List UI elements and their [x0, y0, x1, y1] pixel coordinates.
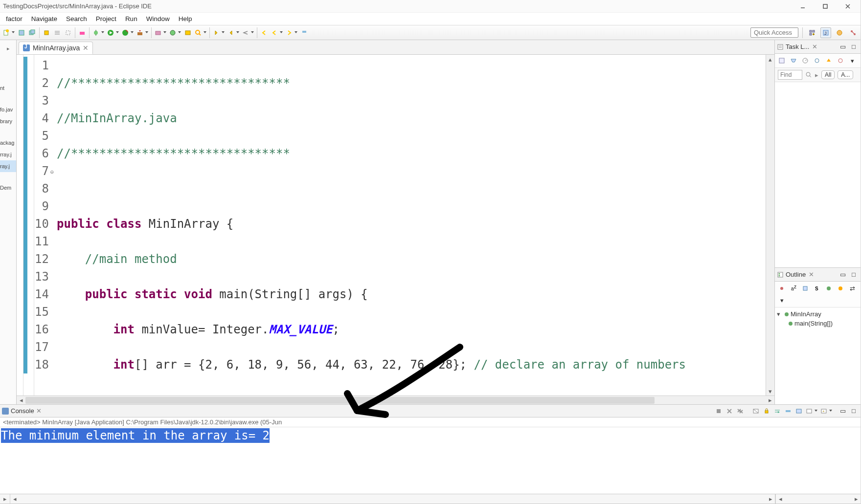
maximize-view-button[interactable]: □	[849, 270, 859, 280]
pe-item[interactable]: ray.j	[0, 160, 17, 172]
new-package-button[interactable]	[154, 28, 167, 38]
categorize-button[interactable]	[789, 56, 798, 66]
search-button[interactable]	[194, 28, 207, 38]
outline-class-node[interactable]: ▾ MinInArray	[776, 309, 860, 319]
terminate-button[interactable]	[714, 406, 724, 416]
annotation-prev-button[interactable]	[212, 28, 226, 38]
right-hscroll[interactable]: ◂▸	[775, 494, 861, 504]
pin-editor-button[interactable]	[299, 28, 309, 38]
pe-item[interactable]: nt	[0, 82, 17, 94]
menu-bar: factor Navigate Search Project Run Windo…	[0, 13, 861, 25]
maximize-view-button[interactable]: □	[849, 406, 859, 416]
open-perspective-button[interactable]	[807, 27, 817, 38]
pe-item[interactable]: ackag	[0, 137, 17, 149]
schedule-button[interactable]	[800, 56, 810, 66]
editor-horizontal-scrollbar[interactable]: ◂ ▸	[17, 395, 774, 404]
task-list-body[interactable]	[775, 82, 861, 267]
back-history-button[interactable]	[270, 28, 284, 38]
external-tools-button[interactable]	[136, 28, 149, 38]
maximize-button[interactable]	[815, 0, 836, 12]
close-tab-button[interactable]: ✕	[83, 45, 89, 51]
debug-perspective-button[interactable]	[834, 27, 845, 38]
open-type-button[interactable]	[42, 28, 51, 38]
sort-button[interactable]: az	[789, 284, 798, 293]
java-perspective-button[interactable]: J	[820, 27, 831, 38]
outline-tree[interactable]: ▾ MinInArray main(String[])	[775, 307, 861, 404]
editor-tab-mininarray[interactable]: MinInArray.java ✕	[19, 42, 93, 54]
minimize-view-button[interactable]: ▭	[838, 406, 848, 416]
pe-item[interactable]: brary	[0, 115, 17, 127]
build-button[interactable]	[77, 28, 87, 38]
open-console-button[interactable]: +	[819, 406, 833, 416]
view-menu-button[interactable]: ▾	[777, 295, 787, 305]
menu-run[interactable]: Run	[121, 14, 141, 24]
new-task-button[interactable]	[777, 56, 787, 66]
minimize-view-button[interactable]: ▭	[838, 270, 848, 280]
forward-button[interactable]	[285, 28, 298, 38]
console-hscroll[interactable]: ◂▸	[10, 494, 775, 504]
toggle-comment-button[interactable]	[52, 28, 62, 38]
menu-help[interactable]: Help	[175, 14, 196, 24]
filter-activate-button[interactable]: A...	[838, 70, 853, 79]
word-wrap-button[interactable]	[772, 406, 782, 416]
editor-vertical-scrollbar[interactable]: ▴ ▾	[766, 55, 774, 395]
coverage-button[interactable]	[121, 28, 135, 38]
svg-point-55	[780, 287, 783, 290]
scroll-lock-button[interactable]	[762, 406, 771, 416]
debug-button[interactable]	[91, 28, 105, 38]
block-selection-button[interactable]	[63, 28, 73, 38]
code-content[interactable]: //******************************* //MinI…	[52, 55, 766, 395]
restore-view-button[interactable]: ▸	[0, 44, 16, 53]
pe-item[interactable]: fo.jav	[0, 104, 17, 115]
collapse-all-button[interactable]	[824, 56, 834, 66]
code-editor[interactable]: 1 2 3 4 5 6 7 ⊖ 8 9 10 11 12 13 14 15 16…	[17, 55, 774, 395]
menu-project[interactable]: Project	[92, 14, 120, 24]
view-menu-button[interactable]: ▾	[847, 56, 857, 66]
close-button[interactable]	[837, 0, 859, 12]
clear-console-button[interactable]	[751, 406, 761, 416]
task-list-header: Task L... ✕ ▭□	[775, 40, 861, 54]
last-edit-button[interactable]	[241, 28, 255, 38]
hide-nonpublic-button[interactable]	[824, 284, 834, 293]
new-class-button[interactable]	[168, 28, 182, 38]
focus-button[interactable]	[836, 56, 845, 66]
pe-item[interactable]: rray.j	[0, 149, 17, 160]
synchronize-button[interactable]	[812, 56, 822, 66]
console-tab[interactable]: Console ✕ + ▭ □	[0, 405, 861, 417]
pin-console-button[interactable]	[783, 406, 793, 416]
menu-navigate[interactable]: Navigate	[27, 14, 61, 24]
save-button[interactable]	[17, 28, 26, 38]
pe-item[interactable]: Dem	[0, 182, 17, 194]
quick-access-input[interactable]	[750, 27, 798, 38]
restore-left-button[interactable]: ▸	[0, 495, 10, 503]
outline-method-node[interactable]: main(String[])	[776, 319, 860, 328]
hide-local-button[interactable]	[836, 284, 845, 293]
back-button[interactable]	[259, 28, 269, 38]
open-task-button[interactable]	[183, 28, 193, 38]
maximize-view-button[interactable]: □	[849, 42, 859, 52]
new-button[interactable]	[2, 28, 16, 38]
minimize-button[interactable]	[792, 0, 814, 12]
close-view-button[interactable]: ✕	[812, 43, 817, 50]
hide-fields-button[interactable]	[800, 284, 810, 293]
annotation-next-button[interactable]	[227, 28, 240, 38]
remove-all-button[interactable]	[735, 406, 745, 416]
run-button[interactable]	[106, 28, 120, 38]
filter-all-button[interactable]: All	[821, 70, 835, 79]
menu-search[interactable]: Search	[62, 14, 91, 24]
minimize-view-button[interactable]: ▭	[838, 42, 848, 52]
show-console-button[interactable]	[794, 406, 804, 416]
menu-refactor[interactable]: factor	[2, 14, 26, 24]
console-output[interactable]: The minimum element in the array is= 2	[0, 427, 861, 494]
hide-static-button[interactable]: S	[812, 284, 822, 293]
task-find-input[interactable]	[778, 70, 802, 80]
display-selected-console-button[interactable]	[805, 406, 818, 416]
save-all-button[interactable]	[27, 28, 37, 38]
remove-launch-button[interactable]	[725, 406, 734, 416]
close-outline-button[interactable]: ✕	[809, 271, 814, 278]
close-console-button[interactable]: ✕	[36, 407, 42, 415]
focus-outline-button[interactable]	[777, 284, 787, 293]
link-editor-button[interactable]: ⇄	[847, 284, 857, 293]
menu-window[interactable]: Window	[142, 14, 174, 24]
git-perspective-button[interactable]	[848, 27, 859, 38]
